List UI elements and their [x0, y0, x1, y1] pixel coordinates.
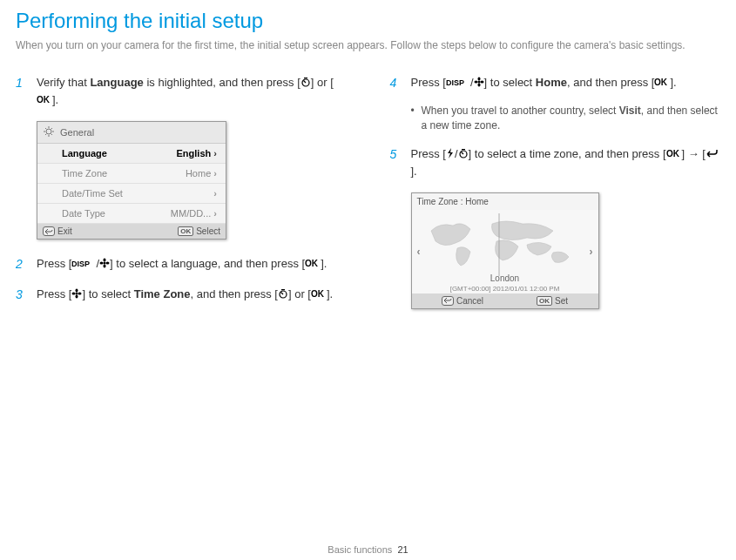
gear-icon — [43, 125, 55, 139]
menu-exit-label: Exit — [57, 226, 72, 236]
step-4-text-c: , and then press [ — [567, 76, 654, 89]
step-5-text-c: ] → [ — [682, 147, 706, 160]
step-3: 3 Press [] to select Time Zone, and then… — [16, 286, 347, 303]
chevron-right-icon: › — [213, 208, 217, 219]
menu-row-timezone: Time Zone Home › — [37, 164, 226, 184]
step-3-bold: Time Zone — [134, 287, 191, 300]
step-2: 2 Press [DISP/] to select a language, an… — [16, 255, 347, 273]
svg-point-19 — [76, 292, 78, 294]
step-1-bold: Language — [90, 76, 143, 89]
map-set-label: Set — [555, 296, 568, 306]
timer-icon — [278, 287, 288, 304]
svg-point-16 — [100, 262, 104, 265]
menu-header: General — [37, 122, 226, 144]
step-5: 5 Press [/] to select a time zone, and t… — [390, 145, 721, 180]
back-icon — [43, 226, 55, 236]
step-3-text-a: Press [ — [37, 287, 71, 300]
svg-text:DISP: DISP — [71, 260, 90, 268]
step-4-text-d: ]. — [670, 76, 676, 89]
intro-text: When you turn on your camera for the fir… — [16, 38, 720, 53]
page-footer: Basic functions 21 — [0, 544, 736, 555]
step-4-num: 4 — [390, 74, 397, 92]
step-2-num: 2 — [16, 255, 23, 273]
menu-box: General Language English › Time Zone Hom… — [37, 121, 226, 240]
flower-icon — [71, 287, 82, 304]
step-1-text-b: is highlighted, and then press [ — [144, 76, 300, 89]
step-5-text-a: Press [ — [411, 147, 446, 160]
step-3-text-c: , and then press [ — [191, 287, 278, 300]
map-title: Time Zone : Home — [412, 193, 598, 210]
chevron-right-icon: › — [213, 168, 217, 179]
step-4-bullet: When you travel to another country, sele… — [390, 104, 721, 133]
step-1: 1 Verify that Language is highlighted, a… — [16, 74, 347, 110]
step-4-bold: Home — [536, 76, 567, 89]
content-columns: 1 Verify that Language is highlighted, a… — [16, 74, 720, 325]
svg-point-15 — [104, 265, 106, 268]
ok-small-icon: OK — [178, 226, 193, 236]
map-gmt: [GMT+00:00] 2012/01/01 12:00 PM — [412, 285, 598, 293]
svg-point-31 — [474, 80, 477, 83]
step-3-text-d: ] or [ — [288, 287, 311, 300]
step-3-text-e: ]. — [327, 287, 333, 300]
svg-point-17 — [106, 262, 110, 265]
svg-text:DISP: DISP — [446, 78, 464, 87]
world-map-icon — [422, 213, 588, 276]
timer-icon — [458, 146, 469, 164]
menu-row-label: Time Zone — [62, 168, 107, 179]
left-column: 1 Verify that Language is highlighted, a… — [16, 74, 347, 325]
svg-text:OK: OK — [305, 259, 319, 268]
disp-icon: DISP — [71, 256, 96, 273]
right-column: 4 Press [DISP/] to select Home, and then… — [390, 74, 721, 325]
step-5-text-b: ] to select a time zone, and then press … — [469, 147, 666, 160]
ok-icon: OK — [305, 256, 321, 273]
svg-point-32 — [480, 80, 483, 83]
menu-select-label: Select — [196, 226, 220, 236]
svg-point-20 — [76, 288, 78, 292]
menu-row-language: Language English › — [37, 144, 226, 164]
svg-line-8 — [45, 128, 46, 129]
flower-icon — [99, 256, 110, 273]
page-title: Performing the initial setup — [16, 9, 720, 33]
menu-row-label: Date/Time Set — [62, 188, 123, 199]
menu-rows: Language English › Time Zone Home › Date… — [37, 144, 226, 224]
step-3-num: 3 — [16, 286, 23, 304]
step-5-text-d: ]. — [411, 165, 417, 178]
svg-text:OK: OK — [654, 78, 668, 87]
menu-header-label: General — [60, 127, 94, 138]
svg-line-10 — [45, 134, 46, 135]
left-arrow-icon: ‹ — [417, 246, 421, 258]
right-arrow-icon: › — [590, 246, 593, 258]
map-body: ‹ › London [GMT+00: — [412, 210, 598, 293]
svg-point-14 — [104, 259, 106, 262]
map-cancel-label: Cancel — [456, 296, 483, 306]
step-1-num: 1 — [16, 74, 23, 92]
menu-row-datetime: Date/Time Set › — [37, 184, 226, 204]
menu-row-value: English — [177, 148, 212, 159]
map-footer: Cancel OKSet — [412, 293, 598, 308]
svg-point-22 — [72, 292, 76, 294]
bullet-text-a: When you travel to another country, sele… — [422, 105, 619, 117]
ok-small-icon: OK — [537, 296, 552, 306]
step-1-text-c: ] or [ — [311, 76, 334, 89]
bullet-bold: Visit — [619, 105, 641, 117]
ok-icon: OK — [654, 75, 670, 92]
menu-row-datetype: Date Type MM/DD... › — [37, 204, 226, 224]
step-5-num: 5 — [390, 145, 397, 164]
svg-point-29 — [477, 77, 480, 80]
menu-figure: General Language English › Time Zone Hom… — [37, 121, 347, 240]
svg-point-28 — [477, 80, 480, 83]
footer-section: Basic functions — [327, 544, 392, 555]
menu-row-label: Date Type — [62, 208, 105, 219]
menu-row-label: Language — [62, 148, 107, 159]
step-2-text-b: ] to select a language, and then press [ — [110, 257, 305, 270]
svg-rect-1 — [304, 78, 307, 78]
footer-page-number: 21 — [397, 544, 408, 555]
chevron-right-icon: › — [213, 188, 217, 199]
chevron-right-icon: › — [213, 148, 217, 159]
flower-icon — [474, 75, 484, 92]
svg-rect-25 — [281, 289, 285, 290]
return-icon — [706, 146, 718, 164]
svg-rect-35 — [462, 149, 465, 150]
step-4: 4 Press [DISP/] to select Home, and then… — [390, 74, 721, 91]
flash-icon — [446, 146, 455, 164]
